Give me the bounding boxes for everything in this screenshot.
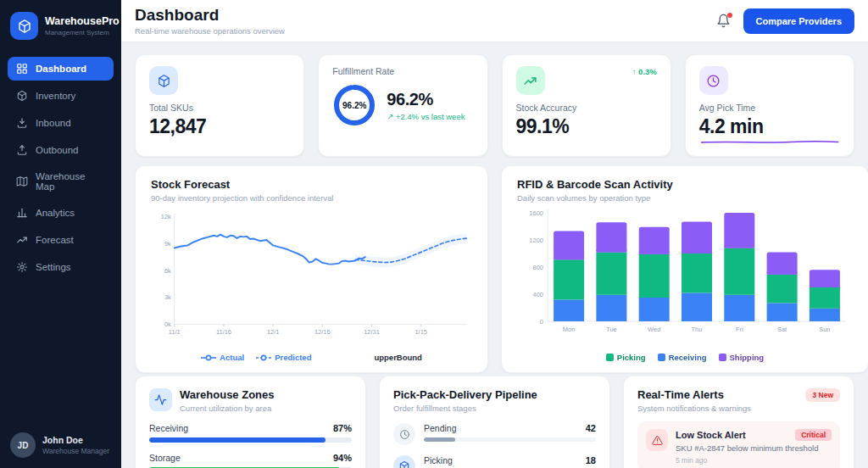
kpi-label: Fulfillment Rate	[332, 66, 473, 76]
svg-text:Sat: Sat	[777, 326, 787, 333]
legend-item-shipping[interactable]: Shipping	[719, 353, 765, 362]
legend-item-predicted[interactable]: Predicted	[256, 353, 311, 362]
svg-text:11/16: 11/16	[216, 328, 231, 336]
notifications-bell-icon[interactable]	[716, 14, 732, 29]
zones-list: Receiving87% Storage94%	[149, 423, 352, 468]
chart-subtitle: Daily scan volumes by operation type	[517, 193, 853, 203]
stock-forecast-card: Stock Forecast 90-day inventory projecti…	[135, 165, 488, 373]
svg-text:12/31: 12/31	[364, 328, 380, 336]
svg-text:Thu: Thu	[692, 326, 703, 333]
notification-dot	[727, 13, 732, 18]
scan-activity-bar-chart[interactable]: 040080012001600MonTueWedThuFriSatSun	[517, 206, 853, 348]
sidebar-item-label: Inventory	[36, 91, 75, 101]
cube-icon	[16, 90, 28, 102]
svg-text:1600: 1600	[529, 209, 543, 217]
stage-progress-track	[424, 437, 596, 442]
legend-item-receiving[interactable]: Receiving	[658, 353, 707, 362]
stage-progress-fill	[424, 437, 455, 442]
donut-ring-value: 96.2%	[332, 83, 376, 127]
svg-text:6k: 6k	[164, 267, 171, 275]
kpi-card-avg-pick-time: Avg Pick Time 4.2 min	[685, 54, 854, 157]
dashboard-content: Total SKUs 12,847 Fulfillment Rate 96.2%	[121, 42, 868, 468]
card-subtitle: Current utilization by area	[180, 404, 274, 413]
sidebar-item-settings[interactable]: Settings	[8, 255, 114, 279]
alert-title: Low Stock Alert	[676, 430, 746, 440]
chart-title: Stock Forecast	[151, 178, 472, 191]
sidebar-item-dashboard[interactable]: Dashboard	[8, 57, 114, 81]
trend-up-icon	[516, 66, 545, 95]
sidebar-item-label: Analytics	[36, 208, 75, 218]
alert-item[interactable]: Low Stock AlertCritical SKU #A-2847 belo…	[637, 421, 840, 468]
kpi-card-stock-accuracy: ↑ 0.3% Stock Accuracy 99.1%	[502, 54, 671, 157]
kpi-row: Total SKUs 12,847 Fulfillment Rate 96.2%	[135, 54, 854, 153]
svg-text:0k: 0k	[164, 320, 171, 328]
svg-text:0: 0	[540, 318, 543, 326]
zone-progress-fill	[149, 437, 326, 443]
sidebar-item-inventory[interactable]: Inventory	[8, 84, 114, 108]
cube-logo-icon	[10, 12, 38, 40]
sidebar-item-analytics[interactable]: Analytics	[8, 201, 114, 225]
user-role: Warehouse Manager	[42, 447, 109, 455]
card-subtitle: System notifications & warnings	[637, 404, 751, 413]
sidebar: WarehousePro Management System Dashboard…	[0, 0, 121, 468]
clock-icon	[699, 66, 728, 95]
stock-forecast-line-chart[interactable]: 0k3k6k9k12k11/111/1612/112/1612/311/15	[151, 206, 472, 348]
svg-text:Sun: Sun	[819, 326, 830, 333]
legend-item-actual[interactable]: Actual	[201, 353, 244, 362]
upload-icon	[16, 144, 28, 156]
new-alerts-badge: 3 New	[805, 388, 840, 402]
stage-label: Picking	[424, 455, 453, 465]
alerts-card: Real-Time Alerts System notifications & …	[623, 376, 854, 468]
zone-row-storage: Storage94%	[149, 453, 352, 468]
chart-subtitle: 90-day inventory projection with confide…	[151, 193, 472, 203]
pipeline-stage-pending: Pending42	[393, 423, 596, 445]
map-icon	[16, 176, 28, 187]
zone-label: Receiving	[149, 423, 188, 433]
legend-item-picking[interactable]: Picking	[606, 353, 646, 362]
pick-time-sparkline	[699, 138, 840, 145]
page-subtitle: Real-time warehouse operations overview	[135, 26, 285, 36]
sidebar-item-warehouse-map[interactable]: Warehouse Map	[8, 165, 114, 198]
card-title: Warehouse Zones	[180, 388, 274, 401]
svg-text:12/1: 12/1	[267, 328, 279, 336]
zone-row-receiving: Receiving87%	[149, 423, 352, 443]
app-logo: WarehousePro Management System	[0, 0, 121, 53]
card-title: Pick-Pack-Delivery Pipeline	[393, 388, 596, 401]
svg-text:Wed: Wed	[648, 326, 660, 333]
kpi-label: Avg Pick Time	[699, 103, 840, 113]
sidebar-item-label: Warehouse Map	[36, 171, 105, 192]
svg-text:1/15: 1/15	[415, 328, 426, 336]
kpi-delta: ↑ 0.3%	[632, 67, 657, 76]
svg-text:3k: 3k	[164, 293, 171, 301]
zone-value: 87%	[333, 423, 352, 433]
legend-swatch	[658, 354, 665, 361]
app-name: WarehousePro	[45, 15, 120, 28]
svg-text:12/16: 12/16	[314, 328, 331, 336]
legend-item-upperbound[interactable]: upperBound	[374, 353, 421, 362]
alert-description: SKU #A-2847 below minimum threshold	[676, 443, 832, 453]
sidebar-item-forecast[interactable]: Forecast	[8, 228, 114, 252]
bottom-row: Warehouse Zones Current utilization by a…	[135, 376, 854, 468]
main-area: Dashboard Real-time warehouse operations…	[121, 0, 868, 468]
clock-icon	[393, 423, 415, 445]
sidebar-item-inbound[interactable]: Inbound	[8, 111, 114, 135]
kpi-card-fulfillment-rate: Fulfillment Rate 96.2% 96.2% ↗ +2.4% vs …	[318, 54, 487, 157]
charts-row: Stock Forecast 90-day inventory projecti…	[135, 165, 854, 363]
kpi-label: Stock Accuracy	[516, 103, 657, 113]
zone-value: 94%	[333, 453, 352, 463]
svg-text:Tue: Tue	[606, 326, 617, 333]
compare-providers-button[interactable]: Compare Providers	[743, 8, 854, 34]
sidebar-item-outbound[interactable]: Outbound	[8, 138, 114, 162]
cube-icon	[393, 455, 415, 468]
kpi-delta: ↗ +2.4% vs last week	[387, 112, 465, 121]
sidebar-item-label: Inbound	[36, 118, 71, 128]
stage-value: 18	[586, 455, 596, 465]
svg-text:Fri: Fri	[736, 326, 743, 333]
user-profile[interactable]: JD John Doe Warehouse Manager	[0, 422, 121, 468]
pipeline-stage-picking: Picking18	[393, 455, 596, 468]
trend-icon	[16, 234, 28, 246]
card-title: Real-Time Alerts	[637, 388, 751, 401]
stage-label: Pending	[424, 423, 457, 433]
alert-severity-badge: Critical	[795, 429, 832, 441]
page-header: Dashboard Real-time warehouse operations…	[121, 0, 868, 42]
